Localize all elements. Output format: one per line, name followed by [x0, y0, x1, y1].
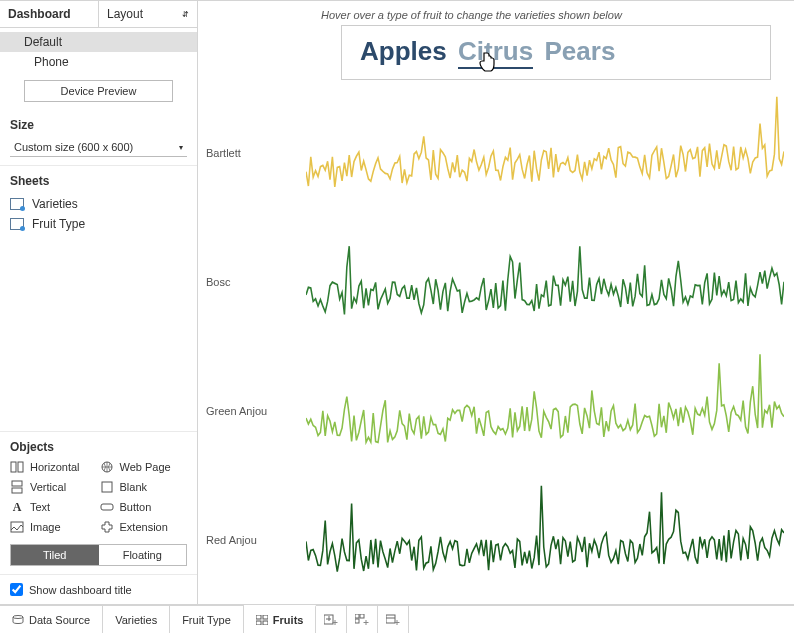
sheets-panel: Sheets Varieties Fruit Type [0, 166, 197, 432]
new-story-icon [386, 614, 400, 626]
svg-rect-16 [355, 619, 359, 623]
tiled-button[interactable]: Tiled [11, 545, 99, 565]
svg-rect-12 [263, 621, 268, 625]
svg-point-8 [13, 615, 23, 618]
svg-rect-3 [12, 481, 22, 486]
obj-blank[interactable]: Blank [100, 480, 188, 494]
floating-button[interactable]: Floating [99, 545, 187, 565]
new-story-button[interactable] [378, 606, 409, 633]
layout-caret-icon: ⇵ [182, 10, 189, 19]
show-title-checkbox[interactable] [10, 583, 23, 596]
tab-layout[interactable]: Layout⇵ [99, 1, 197, 27]
size-value: Custom size (600 x 600) [14, 141, 133, 153]
svg-rect-6 [101, 504, 113, 510]
obj-label: Text [30, 501, 50, 513]
device-phone[interactable]: Phone [0, 52, 197, 72]
svg-rect-17 [386, 615, 395, 623]
objects-panel: Objects Horizontal Web Page Vertical Bla… [0, 432, 197, 575]
sheet-icon [10, 198, 24, 210]
obj-label: Horizontal [30, 461, 80, 473]
svg-rect-4 [12, 488, 22, 493]
btab-label: Data Source [29, 614, 90, 626]
tab-layout-label: Layout [107, 7, 143, 21]
chart-line [306, 217, 784, 346]
obj-image[interactable]: Image [10, 520, 98, 534]
svg-rect-5 [102, 482, 112, 492]
chart-line [306, 475, 784, 604]
btab-label: Fruits [273, 614, 304, 626]
horizontal-icon [10, 460, 24, 474]
svg-rect-11 [256, 621, 261, 625]
dashboard-icon [256, 615, 268, 625]
size-title: Size [10, 118, 187, 132]
new-worksheet-icon [324, 614, 338, 626]
svg-rect-1 [18, 462, 23, 472]
image-icon [10, 520, 24, 534]
sheet-label: Fruit Type [32, 217, 85, 231]
tab-dashboard-label: Dashboard [8, 7, 71, 21]
hover-hint: Hover over a type of fruit to change the… [321, 9, 784, 21]
fruit-type-sheet[interactable]: Apples Citrus Pears [341, 25, 771, 80]
obj-label: Image [30, 521, 61, 533]
chart-label: Green Anjou [206, 405, 306, 417]
show-title-row[interactable]: Show dashboard title [0, 575, 197, 604]
globe-icon [100, 460, 114, 474]
sheet-varieties[interactable]: Varieties [10, 194, 187, 214]
extension-icon [100, 520, 114, 534]
fruit-pears[interactable]: Pears [545, 36, 616, 67]
obj-button[interactable]: Button [100, 500, 188, 514]
device-preview-button[interactable]: Device Preview [24, 80, 173, 102]
btab-label: Fruit Type [182, 614, 231, 626]
obj-label: Blank [120, 481, 148, 493]
svg-rect-10 [263, 615, 268, 619]
device-default[interactable]: Default [0, 32, 197, 52]
chart-row-bosc: Bosc [206, 217, 784, 346]
obj-label: Vertical [30, 481, 66, 493]
show-title-label: Show dashboard title [29, 584, 132, 596]
btab-label: Varieties [115, 614, 157, 626]
varieties-sheet[interactable]: Bartlett Bosc Green Anjou Red Anjou [206, 88, 784, 604]
sheet-icon [10, 218, 24, 230]
new-dashboard-button[interactable] [347, 606, 378, 633]
tile-float-toggle: Tiled Floating [10, 544, 187, 566]
bottom-tabs: Data Source Varieties Fruit Type Fruits [0, 605, 794, 633]
datasource-icon [12, 615, 24, 625]
vertical-icon [10, 480, 24, 494]
chart-line [306, 88, 784, 217]
obj-label: Web Page [120, 461, 171, 473]
tab-dashboard[interactable]: Dashboard [0, 1, 99, 27]
size-select[interactable]: Custom size (600 x 600) ▾ [10, 138, 187, 157]
chart-row-green-anjou: Green Anjou [206, 346, 784, 475]
device-list: Default Phone Device Preview [0, 28, 197, 110]
chart-label: Bosc [206, 276, 306, 288]
chart-label: Bartlett [206, 147, 306, 159]
new-worksheet-button[interactable] [316, 606, 347, 633]
svg-rect-0 [11, 462, 16, 472]
pointer-cursor-icon [478, 52, 498, 74]
fruit-apples[interactable]: Apples [360, 36, 447, 67]
btab-varieties[interactable]: Varieties [103, 606, 170, 633]
svg-rect-9 [256, 615, 261, 619]
obj-extension[interactable]: Extension [100, 520, 188, 534]
objects-title: Objects [10, 440, 187, 454]
obj-text[interactable]: AText [10, 500, 98, 514]
sidebar-top-tabs: Dashboard Layout⇵ [0, 1, 197, 28]
size-panel: Size Custom size (600 x 600) ▾ [0, 110, 197, 166]
svg-rect-14 [355, 614, 359, 618]
chart-line [306, 346, 784, 475]
btab-fruits[interactable]: Fruits [244, 605, 317, 633]
sheets-title: Sheets [10, 174, 187, 188]
blank-icon [100, 480, 114, 494]
obj-vertical[interactable]: Vertical [10, 480, 98, 494]
obj-webpage[interactable]: Web Page [100, 460, 188, 474]
btab-fruit-type[interactable]: Fruit Type [170, 606, 244, 633]
sidebar: Dashboard Layout⇵ Default Phone Device P… [0, 1, 198, 604]
btab-data-source[interactable]: Data Source [0, 606, 103, 633]
button-icon [100, 500, 114, 514]
svg-rect-15 [360, 614, 364, 618]
dashboard-canvas: Hover over a type of fruit to change the… [198, 1, 794, 604]
sheet-fruit-type[interactable]: Fruit Type [10, 214, 187, 234]
obj-horizontal[interactable]: Horizontal [10, 460, 98, 474]
new-dashboard-icon [355, 614, 369, 626]
text-icon: A [10, 500, 24, 514]
